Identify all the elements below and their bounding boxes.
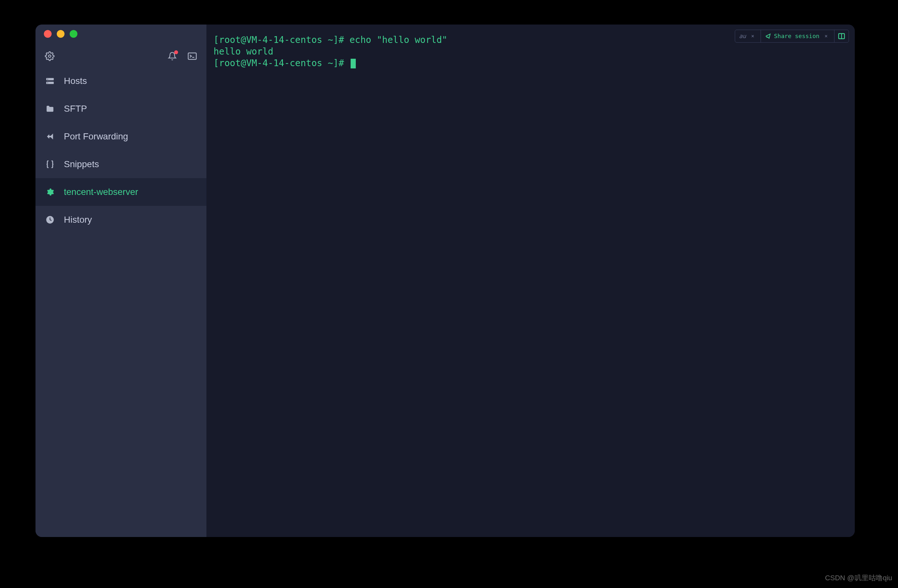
minimize-window-button[interactable] bbox=[57, 30, 65, 38]
share-close[interactable]: × bbox=[822, 33, 830, 39]
svg-rect-3 bbox=[46, 78, 54, 80]
hosts-icon bbox=[45, 76, 55, 86]
titlebar bbox=[35, 25, 206, 43]
share-session-button[interactable]: Share session × bbox=[761, 30, 835, 42]
share-label: Share session bbox=[774, 32, 819, 40]
session-chip-close[interactable]: × bbox=[749, 33, 757, 39]
nav-label: Hosts bbox=[64, 76, 87, 86]
terminal-icon bbox=[188, 51, 197, 61]
sidebar-toolbar bbox=[35, 43, 206, 67]
split-pane-button[interactable] bbox=[835, 30, 849, 42]
nav-label: Port Forwarding bbox=[64, 131, 128, 142]
watermark: CSDN @叽里咕噜qiu bbox=[825, 573, 892, 583]
nav-item-sftp[interactable]: SFTP bbox=[35, 95, 206, 123]
terminal-cursor bbox=[351, 59, 356, 68]
split-icon bbox=[838, 32, 846, 40]
app-window: Hosts SFTP Port Forwarding Snippets bbox=[35, 25, 855, 537]
svg-point-5 bbox=[48, 79, 48, 79]
nav-label: SFTP bbox=[64, 103, 87, 114]
notifications-button[interactable] bbox=[167, 51, 177, 61]
nav-item-hosts[interactable]: Hosts bbox=[35, 67, 206, 95]
notification-dot bbox=[174, 50, 178, 54]
terminal-top-controls: au × Share session × bbox=[735, 30, 849, 43]
terminal-prompt: [root@VM-4-14-centos ~]# bbox=[214, 34, 349, 45]
close-window-button[interactable] bbox=[44, 30, 52, 38]
svg-rect-1 bbox=[188, 53, 197, 59]
sidebar: Hosts SFTP Port Forwarding Snippets bbox=[35, 25, 206, 537]
terminal-line: [root@VM-4-14-centos ~]# bbox=[214, 57, 848, 69]
maximize-window-button[interactable] bbox=[70, 30, 77, 38]
forward-icon bbox=[45, 132, 55, 142]
terminal-button[interactable] bbox=[187, 51, 197, 61]
terminal-command: echo "hello world" bbox=[349, 34, 447, 45]
gear-icon bbox=[45, 51, 54, 61]
nav-label: History bbox=[64, 215, 92, 225]
folder-icon bbox=[45, 104, 55, 114]
svg-rect-4 bbox=[46, 82, 54, 84]
session-chip-label: au bbox=[739, 32, 746, 40]
gear-icon bbox=[45, 187, 55, 197]
braces-icon bbox=[45, 159, 55, 169]
terminal-prompt: [root@VM-4-14-centos ~]# bbox=[214, 58, 349, 68]
svg-point-6 bbox=[48, 83, 48, 83]
settings-button[interactable] bbox=[45, 51, 55, 61]
top-controls-group: au × Share session × bbox=[735, 30, 849, 43]
nav-item-history[interactable]: History bbox=[35, 206, 206, 234]
terminal-line: hello world bbox=[214, 46, 848, 57]
clock-icon bbox=[45, 215, 55, 225]
terminal-pane[interactable]: au × Share session × [root@VM-4-14-cento… bbox=[206, 25, 855, 537]
terminal-output: hello world bbox=[214, 46, 273, 57]
nav-list: Hosts SFTP Port Forwarding Snippets bbox=[35, 67, 206, 234]
nav-item-port-forwarding[interactable]: Port Forwarding bbox=[35, 123, 206, 150]
nav-item-tencent-webserver[interactable]: tencent-webserver bbox=[35, 178, 206, 206]
svg-point-0 bbox=[48, 55, 51, 57]
nav-item-snippets[interactable]: Snippets bbox=[35, 150, 206, 178]
nav-label: Snippets bbox=[64, 159, 99, 169]
session-chip[interactable]: au × bbox=[735, 30, 761, 42]
share-icon bbox=[765, 33, 771, 39]
nav-label: tencent-webserver bbox=[64, 187, 138, 197]
